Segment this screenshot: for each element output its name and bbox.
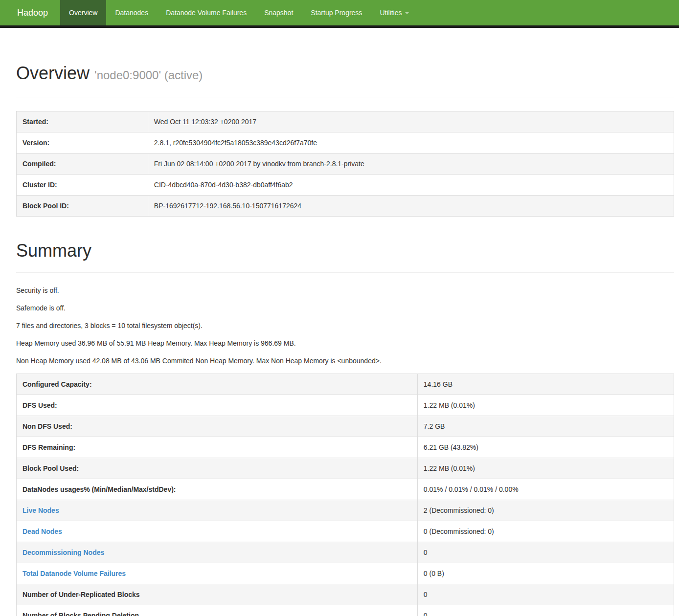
summary-page-header: Summary bbox=[16, 241, 674, 273]
row-label: Version: bbox=[17, 132, 148, 154]
table-row-non-dfs-used: Non DFS Used: 7.2 GB bbox=[17, 416, 674, 437]
row-value: 6.21 GB (43.82%) bbox=[417, 437, 674, 458]
security-status-text: Security is off. bbox=[16, 286, 674, 295]
table-row-block-pool-used: Block Pool Used: 1.22 MB (0.01%) bbox=[17, 458, 674, 479]
caret-down-icon bbox=[405, 12, 409, 14]
table-row-dead-nodes: Dead Nodes 0 (Decommissioned: 0) bbox=[17, 521, 674, 542]
heap-memory-text: Heap Memory used 36.96 MB of 55.91 MB He… bbox=[16, 338, 674, 348]
navbar-menu: Overview Datanodes Datanode Volume Failu… bbox=[60, 0, 417, 25]
table-row-block-pool-id: Block Pool ID: BP-1692617712-192.168.56.… bbox=[17, 196, 674, 217]
row-value: 0 (0 B) bbox=[417, 563, 674, 584]
table-row-under-replicated-blocks: Number of Under-Replicated Blocks 0 bbox=[17, 584, 674, 605]
row-label: Number of Blocks Pending Deletion bbox=[17, 605, 418, 616]
summary-title: Summary bbox=[16, 241, 674, 261]
table-row-compiled: Compiled: Fri Jun 02 08:14:00 +0200 2017… bbox=[17, 154, 674, 175]
nav-item-snapshot[interactable]: Snapshot bbox=[255, 0, 302, 25]
row-label: Configured Capacity: bbox=[17, 374, 418, 395]
nav-item-startup-progress[interactable]: Startup Progress bbox=[302, 0, 371, 25]
row-value: 7.2 GB bbox=[417, 416, 674, 437]
row-value: Fri Jun 02 08:14:00 +0200 2017 by vinodk… bbox=[148, 154, 674, 175]
table-row-dfs-used: DFS Used: 1.22 MB (0.01%) bbox=[17, 395, 674, 416]
main-content: Overview 'node0:9000' (active) Started: … bbox=[16, 64, 674, 616]
filesystem-objects-text: 7 files and directories, 3 blocks = 10 t… bbox=[16, 321, 674, 330]
row-label: Decommissioning Nodes bbox=[17, 542, 418, 563]
row-label: Block Pool ID: bbox=[17, 196, 148, 217]
decommissioning-nodes-link[interactable]: Decommissioning Nodes bbox=[23, 549, 104, 556]
row-label: Dead Nodes bbox=[17, 521, 418, 542]
row-value: 0 bbox=[417, 542, 674, 563]
namenode-address-subtitle: 'node0:9000' (active) bbox=[94, 68, 203, 82]
row-value: CID-4dbcd40a-870d-4d30-b382-db0aff4f6ab2 bbox=[148, 175, 674, 196]
table-row-blocks-pending-deletion: Number of Blocks Pending Deletion 0 bbox=[17, 605, 674, 616]
non-heap-memory-text: Non Heap Memory used 42.08 MB of 43.06 M… bbox=[16, 356, 674, 366]
row-value: Wed Oct 11 12:03:32 +0200 2017 bbox=[148, 111, 674, 132]
row-label: Total Datanode Volume Failures bbox=[17, 563, 418, 584]
row-label: Block Pool Used: bbox=[17, 458, 418, 479]
row-label: DFS Remaining: bbox=[17, 437, 418, 458]
table-row-datanodes-usages: DataNodes usages% (Min/Median/Max/stdDev… bbox=[17, 479, 674, 500]
row-label: DFS Used: bbox=[17, 395, 418, 416]
table-row-dfs-remaining: DFS Remaining: 6.21 GB (43.82%) bbox=[17, 437, 674, 458]
row-label: Cluster ID: bbox=[17, 175, 148, 196]
table-row-decommissioning-nodes: Decommissioning Nodes 0 bbox=[17, 542, 674, 563]
row-label: Compiled: bbox=[17, 154, 148, 175]
overview-info-table: Started: Wed Oct 11 12:03:32 +0200 2017 … bbox=[16, 111, 674, 217]
row-value: 2.8.1, r20fe5304904fc2f5a18053c389e43cd2… bbox=[148, 132, 674, 154]
overview-title-text: Overview bbox=[16, 63, 90, 83]
row-value: 14.16 GB bbox=[417, 374, 674, 395]
nav-item-datanode-volume-failures[interactable]: Datanode Volume Failures bbox=[157, 0, 255, 25]
row-value: 0 (Decommissioned: 0) bbox=[417, 521, 674, 542]
row-label: Non DFS Used: bbox=[17, 416, 418, 437]
row-value: 1.22 MB (0.01%) bbox=[417, 395, 674, 416]
nav-item-overview[interactable]: Overview bbox=[60, 0, 106, 25]
total-datanode-volume-failures-link[interactable]: Total Datanode Volume Failures bbox=[23, 570, 126, 577]
nav-item-utilities-dropdown[interactable]: Utilities bbox=[371, 0, 417, 25]
row-label: Started: bbox=[17, 111, 148, 132]
row-value: 0 bbox=[417, 605, 674, 616]
table-row-cluster-id: Cluster ID: CID-4dbcd40a-870d-4d30-b382-… bbox=[17, 175, 674, 196]
row-label: Live Nodes bbox=[17, 500, 418, 521]
row-value: BP-1692617712-192.168.56.10-150771617262… bbox=[148, 196, 674, 217]
nav-item-utilities-label: Utilities bbox=[380, 9, 402, 17]
row-value: 2 (Decommissioned: 0) bbox=[417, 500, 674, 521]
row-label: Number of Under-Replicated Blocks bbox=[17, 584, 418, 605]
table-row-started: Started: Wed Oct 11 12:03:32 +0200 2017 bbox=[17, 111, 674, 132]
summary-table: Configured Capacity: 14.16 GB DFS Used: … bbox=[16, 374, 674, 616]
top-navbar: Hadoop Overview Datanodes Datanode Volum… bbox=[0, 0, 679, 25]
hadoop-brand[interactable]: Hadoop bbox=[10, 0, 55, 25]
overview-title: Overview 'node0:9000' (active) bbox=[16, 64, 674, 85]
dead-nodes-link[interactable]: Dead Nodes bbox=[23, 528, 62, 535]
table-row-configured-capacity: Configured Capacity: 14.16 GB bbox=[17, 374, 674, 395]
live-nodes-link[interactable]: Live Nodes bbox=[23, 506, 59, 514]
table-row-live-nodes: Live Nodes 2 (Decommissioned: 0) bbox=[17, 500, 674, 521]
table-row-total-datanode-volume-failures: Total Datanode Volume Failures 0 (0 B) bbox=[17, 563, 674, 584]
nav-item-datanodes[interactable]: Datanodes bbox=[106, 0, 157, 25]
row-value: 0 bbox=[417, 584, 674, 605]
row-value: 0.01% / 0.01% / 0.01% / 0.00% bbox=[417, 479, 674, 500]
safemode-status-text: Safemode is off. bbox=[16, 303, 674, 313]
overview-page-header: Overview 'node0:9000' (active) bbox=[16, 64, 674, 97]
navbar-bottom-border bbox=[0, 25, 679, 28]
row-value: 1.22 MB (0.01%) bbox=[417, 458, 674, 479]
row-label: DataNodes usages% (Min/Median/Max/stdDev… bbox=[17, 479, 418, 500]
table-row-version: Version: 2.8.1, r20fe5304904fc2f5a18053c… bbox=[17, 132, 674, 154]
